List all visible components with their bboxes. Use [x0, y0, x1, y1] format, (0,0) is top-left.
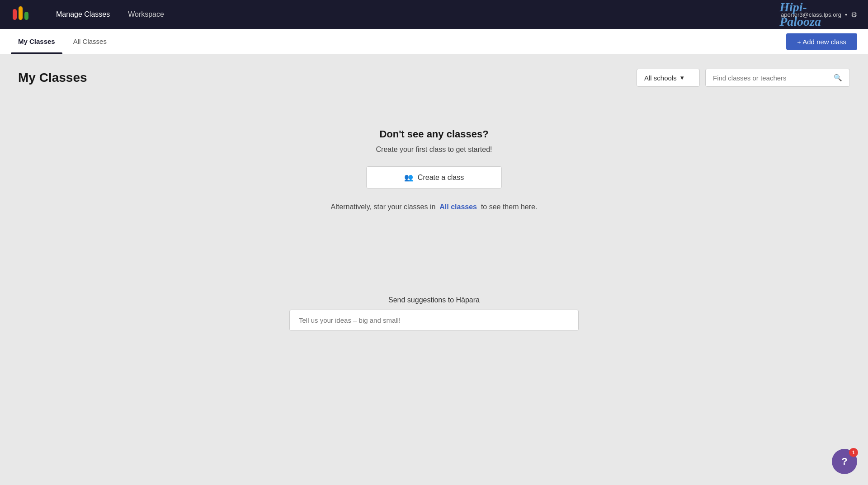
- navbar: Manage Classes Workspace aporter3@class.…: [0, 0, 868, 29]
- tab-all-classes[interactable]: All Classes: [66, 29, 114, 54]
- tab-my-classes[interactable]: My Classes: [11, 29, 62, 54]
- add-new-class-button[interactable]: + Add new class: [786, 33, 857, 50]
- suggestions-section: Send suggestions to Hāpara: [18, 296, 850, 331]
- alt-text: Alternatively, star your classes in All …: [331, 203, 538, 211]
- all-classes-link[interactable]: All classes: [439, 203, 477, 211]
- logo-area[interactable]: [11, 5, 31, 24]
- help-button[interactable]: 1 ?: [832, 449, 857, 474]
- svg-rect-1: [19, 6, 23, 20]
- user-dropdown-icon[interactable]: ▾: [845, 12, 847, 17]
- tabs-bar: My Classes All Classes + Add new class: [0, 29, 868, 54]
- schools-dropdown[interactable]: All schools ▾: [637, 69, 700, 87]
- main-content: My Classes All schools ▾ 🔍 Don't see any…: [0, 54, 868, 485]
- hapara-logo-icon: [11, 5, 31, 24]
- suggestions-title: Send suggestions to Hāpara: [388, 296, 480, 304]
- nav-manage-classes[interactable]: Manage Classes: [49, 7, 117, 22]
- alt-text-suffix: to see them here.: [481, 203, 538, 211]
- gear-icon[interactable]: ⚙: [851, 10, 857, 19]
- chevron-down-icon: ▾: [680, 74, 684, 82]
- page-title: My Classes: [18, 71, 87, 85]
- empty-state-subtext: Create your first class to get started!: [376, 146, 492, 154]
- alt-text-prefix: Alternatively, star your classes in: [331, 203, 436, 211]
- empty-state: Don't see any classes? Create your first…: [18, 101, 850, 242]
- create-class-button[interactable]: 👥 Create a class: [366, 166, 502, 188]
- help-badge: 1: [849, 448, 858, 457]
- nav-workspace[interactable]: Workspace: [121, 7, 171, 22]
- brand-name: Hipi-Palooza: [779, 0, 821, 29]
- group-icon: 👥: [404, 173, 413, 182]
- question-icon: ?: [841, 456, 847, 467]
- search-icon[interactable]: 🔍: [834, 74, 842, 82]
- svg-rect-0: [13, 9, 17, 20]
- page-header: My Classes All schools ▾ 🔍: [18, 69, 850, 87]
- create-class-label: Create a class: [418, 174, 464, 182]
- search-box[interactable]: 🔍: [705, 69, 850, 87]
- navbar-right: aporter3@class.lps.org ▾ ⚙ Hipi-Palooza: [781, 10, 857, 19]
- empty-state-heading: Don't see any classes?: [379, 128, 488, 140]
- schools-dropdown-label: All schools: [644, 74, 677, 82]
- nav-links: Manage Classes Workspace: [49, 7, 171, 22]
- suggestions-input[interactable]: [289, 310, 579, 331]
- svg-rect-2: [24, 12, 28, 20]
- filters-area: All schools ▾ 🔍: [637, 69, 850, 87]
- search-input[interactable]: [713, 74, 830, 82]
